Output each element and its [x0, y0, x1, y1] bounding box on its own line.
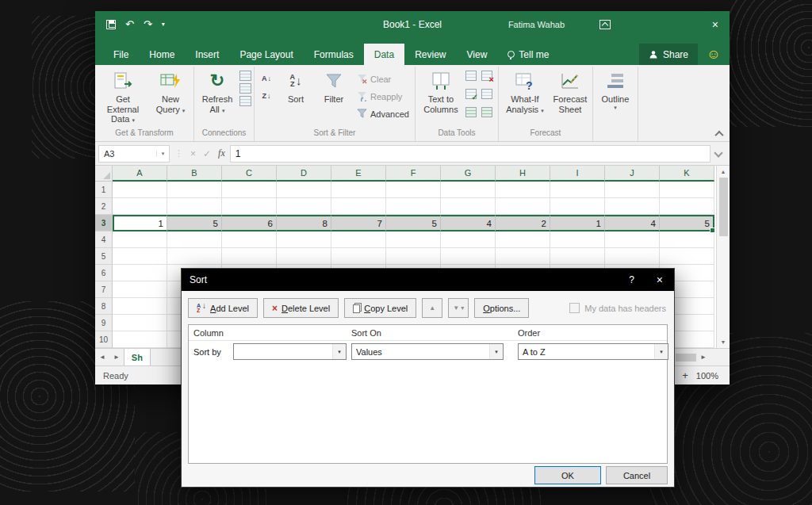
vertical-scrollbar[interactable]: ▲ ▼ [716, 166, 730, 348]
feedback-smiley-button[interactable]: ☺ [698, 44, 730, 65]
tab-review[interactable]: Review [404, 44, 456, 65]
insert-function-icon[interactable]: fx [218, 147, 225, 159]
flash-fill-icon[interactable] [465, 71, 477, 81]
filter-button[interactable]: Filter [316, 67, 352, 127]
name-box[interactable]: A3 ▾ [98, 145, 170, 163]
cell-A3[interactable]: 1 [113, 215, 167, 231]
cell-A9[interactable] [113, 315, 167, 331]
row-header-5[interactable]: 5 [95, 248, 113, 265]
column-header-I[interactable]: I [550, 166, 605, 182]
cell-E2[interactable] [331, 198, 386, 215]
window-close-icon[interactable]: × [712, 19, 718, 30]
row-header-6[interactable]: 6 [95, 265, 113, 281]
cell-F5[interactable] [386, 248, 441, 265]
cell-E1[interactable] [331, 182, 386, 198]
cell-J5[interactable] [605, 248, 660, 265]
undo-icon[interactable]: ↶ [125, 19, 134, 29]
new-query-button[interactable]: New Query ▾ [150, 67, 191, 127]
formula-bar-expand-icon[interactable] [715, 150, 723, 158]
order-select[interactable]: A to Z ▾ [518, 343, 668, 360]
cell-D1[interactable] [277, 182, 331, 198]
advanced-button[interactable]: Advanced [354, 105, 412, 122]
tab-file[interactable]: File [103, 44, 139, 65]
delete-level-button[interactable]: × Delete Level [263, 298, 339, 318]
cell-F3[interactable]: 5 [386, 215, 441, 231]
cell-F2[interactable] [386, 198, 441, 215]
cell-A1[interactable] [113, 182, 167, 198]
cell-H2[interactable] [496, 198, 550, 215]
select-all-corner[interactable] [95, 166, 113, 182]
cell-C2[interactable] [222, 198, 277, 215]
sort-button[interactable]: AZ↓ Sort [278, 67, 314, 127]
scroll-down-icon[interactable]: ▼ [721, 336, 726, 348]
collapse-ribbon-icon[interactable] [716, 131, 722, 137]
cell-G3[interactable]: 4 [441, 215, 496, 231]
cell-G2[interactable] [441, 198, 496, 215]
cell-F4[interactable] [386, 231, 441, 248]
clear-button[interactable]: Clear [354, 71, 412, 87]
cell-H1[interactable] [496, 182, 550, 198]
row-header-8[interactable]: 8 [95, 298, 113, 315]
cell-A5[interactable] [113, 248, 167, 265]
cell-J2[interactable] [605, 198, 660, 215]
cell-J3[interactable]: 4 [605, 215, 660, 231]
column-header-E[interactable]: E [331, 166, 386, 182]
tab-tell-me[interactable]: Tell me [497, 44, 559, 65]
tab-formulas[interactable]: Formulas [304, 44, 364, 65]
column-header-K[interactable]: K [660, 166, 714, 182]
share-button[interactable]: Share [639, 44, 698, 65]
cell-B2[interactable] [167, 198, 222, 215]
cell-K4[interactable] [660, 231, 714, 248]
move-up-button[interactable]: ▲ [422, 298, 442, 318]
row-header-1[interactable]: 1 [95, 182, 113, 198]
options-button[interactable]: Options... [474, 298, 529, 318]
what-if-analysis-button[interactable]: ? What-If Analysis ▾ [501, 67, 549, 127]
my-data-has-headers-checkbox[interactable]: My data has headers [569, 303, 668, 313]
sort-descending-icon[interactable]: Z↓ [257, 88, 276, 103]
cell-K2[interactable] [660, 198, 714, 215]
sort-ascending-icon[interactable]: A↓ [257, 71, 276, 86]
column-header-A[interactable]: A [113, 166, 167, 182]
cell-I5[interactable] [550, 248, 605, 265]
remove-duplicates-icon[interactable] [481, 71, 492, 81]
forecast-sheet-button[interactable]: Forecast Sheet [550, 67, 590, 127]
cell-I4[interactable] [550, 231, 605, 248]
row-header-10[interactable]: 10 [95, 331, 113, 348]
scroll-up-icon[interactable]: ▲ [721, 166, 726, 178]
move-down-button[interactable]: ▼▾ [448, 298, 469, 318]
properties-icon[interactable] [239, 83, 251, 94]
cell-J4[interactable] [605, 231, 660, 248]
cell-D5[interactable] [277, 248, 331, 265]
sheet-tab[interactable]: Sh [124, 349, 151, 365]
cell-K5[interactable] [660, 248, 714, 265]
row-header-7[interactable]: 7 [95, 281, 113, 298]
zoom-level[interactable]: 100% [696, 371, 730, 381]
cell-A4[interactable] [113, 231, 167, 248]
sort-by-column-select[interactable]: ▾ [233, 343, 347, 360]
row-header-9[interactable]: 9 [95, 315, 113, 331]
cancel-entry-icon[interactable]: × [190, 148, 196, 159]
cell-C3[interactable]: 6 [222, 215, 277, 231]
cell-I3[interactable]: 1 [550, 215, 605, 231]
ok-button[interactable]: OK [534, 466, 601, 484]
tab-page-layout[interactable]: Page Layout [229, 44, 303, 65]
sheet-nav-next-icon[interactable]: ► [109, 354, 124, 361]
cell-J1[interactable] [605, 182, 660, 198]
enter-entry-icon[interactable]: ✓ [203, 148, 211, 159]
reapply-button[interactable]: Reapply [354, 88, 412, 105]
dialog-close-icon[interactable]: × [645, 274, 663, 286]
qat-customize-icon[interactable]: ▾ [162, 21, 165, 28]
cell-C5[interactable] [222, 248, 277, 265]
cell-C1[interactable] [222, 182, 277, 198]
tab-insert[interactable]: Insert [185, 44, 229, 65]
column-header-B[interactable]: B [167, 166, 222, 182]
dialog-help-icon[interactable]: ? [618, 274, 645, 285]
cell-G4[interactable] [441, 231, 496, 248]
combo-arrow-icon[interactable]: ▾ [489, 344, 503, 359]
column-header-J[interactable]: J [605, 166, 660, 182]
relationships-icon[interactable] [465, 107, 477, 117]
edit-links-icon[interactable] [239, 96, 251, 106]
text-to-columns-button[interactable]: Text to Columns [418, 67, 464, 127]
row-header-4[interactable]: 4 [95, 231, 113, 248]
connections-icon[interactable] [239, 71, 251, 81]
